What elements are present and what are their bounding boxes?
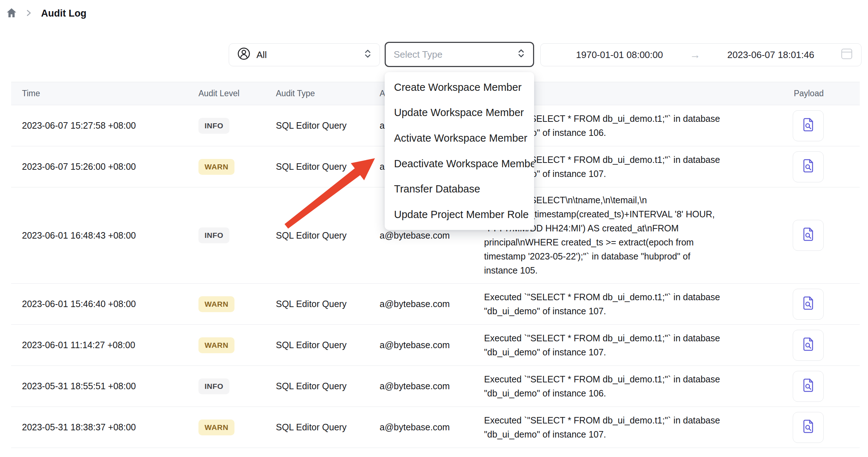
actor-filter-select[interactable]: All <box>229 43 380 66</box>
comment-cell: Executed `"SELECT * FROM db_ui_demo.t1;"… <box>484 408 756 447</box>
audit-level-badge: INFO <box>198 378 229 394</box>
view-payload-button[interactable] <box>793 151 824 182</box>
dropdown-option[interactable]: Deactivate Workspace Member <box>385 151 534 177</box>
actor-cell: a@bytebase.com <box>380 381 484 391</box>
time-cell: 2023-06-07 15:27:58 +08:00 <box>11 120 198 131</box>
chevron-updown-icon <box>364 49 372 61</box>
audit-level-badge: INFO <box>198 227 229 243</box>
time-cell: 2023-05-31 18:55:51 +08:00 <box>11 381 198 391</box>
type-filter-placeholder: Select Type <box>394 49 442 60</box>
audit-log-page: Audit Log All Select Type 1970-01-01 08:… <box>0 0 868 457</box>
audit-level-badge: INFO <box>198 118 229 134</box>
audit-level-badge: WARN <box>198 159 234 175</box>
date-range-start[interactable]: 1970-01-01 08:00:00 <box>549 49 690 61</box>
audit-type-cell: SQL Editor Query <box>276 120 380 131</box>
dropdown-option[interactable]: Create Workspace Member <box>385 75 534 100</box>
audit-type-cell: SQL Editor Query <box>276 230 380 241</box>
comment-cell: Executed `"SELECT * FROM db_ui_demo.t1;"… <box>484 325 756 365</box>
table-row: 2023-05-31 18:38:37 +08:00 WARN SQL Edit… <box>11 407 860 448</box>
actor-cell: a@bytebase.com <box>380 340 484 350</box>
table-row: 2023-05-31 18:55:51 +08:00 INFO SQL Edit… <box>11 366 860 407</box>
view-payload-button[interactable] <box>793 289 824 320</box>
column-header-payload: Payload <box>756 89 824 98</box>
time-cell: 2023-06-01 16:48:43 +08:00 <box>11 230 198 241</box>
view-payload-button[interactable] <box>793 371 824 402</box>
view-payload-button[interactable] <box>793 330 824 361</box>
view-payload-button[interactable] <box>793 110 824 141</box>
audit-type-cell: SQL Editor Query <box>276 161 380 172</box>
document-search-icon <box>801 158 816 176</box>
dropdown-option[interactable]: Update Project Member Role <box>385 202 534 227</box>
arrow-right-icon: → <box>690 49 701 61</box>
document-search-icon <box>801 226 816 244</box>
column-header-time: Time <box>11 89 198 98</box>
view-payload-button[interactable] <box>793 412 824 443</box>
table-row-partial <box>11 448 860 454</box>
time-cell: 2023-06-01 15:46:40 +08:00 <box>11 299 198 309</box>
calendar-icon <box>841 48 853 62</box>
table-row: 2023-06-01 11:14:27 +08:00 WARN SQL Edit… <box>11 325 860 366</box>
chevron-updown-icon <box>517 48 525 61</box>
audit-level-badge: WARN <box>198 420 234 435</box>
dropdown-option[interactable]: Activate Workspace Member <box>385 125 534 151</box>
dropdown-option[interactable]: Update Workspace Member <box>385 100 534 126</box>
audit-type-cell: SQL Editor Query <box>276 340 380 350</box>
audit-type-cell: SQL Editor Query <box>276 422 380 432</box>
person-circle-icon <box>237 47 251 63</box>
column-header-audit-type: Audit Type <box>276 89 380 98</box>
audit-level-badge: WARN <box>198 296 234 312</box>
actor-cell: a@bytebase.com <box>380 230 484 241</box>
breadcrumb-chevron-icon <box>26 9 32 18</box>
home-icon[interactable] <box>6 8 17 19</box>
audit-type-cell: SQL Editor Query <box>276 299 380 309</box>
document-search-icon <box>801 295 816 313</box>
document-search-icon <box>801 377 816 395</box>
breadcrumb: Audit Log <box>6 8 86 19</box>
date-range-end[interactable]: 2023-06-07 18:01:46 <box>701 49 841 61</box>
type-select-dropdown: Create Workspace MemberUpdate Workspace … <box>385 72 534 230</box>
audit-level-badge: WARN <box>198 337 234 353</box>
actor-cell: a@bytebase.com <box>380 422 484 432</box>
document-search-icon <box>801 418 816 436</box>
document-search-icon <box>801 336 816 354</box>
table-row: 2023-06-01 15:46:40 +08:00 WARN SQL Edit… <box>11 284 860 325</box>
comment-cell: Executed `"SELECT * FROM db_ui_demo.t1;"… <box>484 367 756 406</box>
view-payload-button[interactable] <box>793 220 824 251</box>
time-cell: 2023-06-07 15:26:00 +08:00 <box>11 161 198 172</box>
column-header-audit-level: Audit Level <box>198 89 276 98</box>
comment-cell: Executed `"SELECT * FROM db_ui_demo.t1;"… <box>484 284 756 324</box>
time-cell: 2023-06-01 11:14:27 +08:00 <box>11 340 198 350</box>
type-filter-select[interactable]: Select Type <box>385 42 534 67</box>
date-range-picker[interactable]: 1970-01-01 08:00:00 → 2023-06-07 18:01:4… <box>540 43 862 66</box>
actor-cell: a@bytebase.com <box>380 299 484 309</box>
time-cell: 2023-05-31 18:38:37 +08:00 <box>11 422 198 432</box>
dropdown-option[interactable]: Transfer Database <box>385 176 534 202</box>
page-title: Audit Log <box>41 8 86 19</box>
document-search-icon <box>801 117 816 135</box>
audit-type-cell: SQL Editor Query <box>276 381 380 391</box>
actor-filter-value: All <box>256 49 267 61</box>
